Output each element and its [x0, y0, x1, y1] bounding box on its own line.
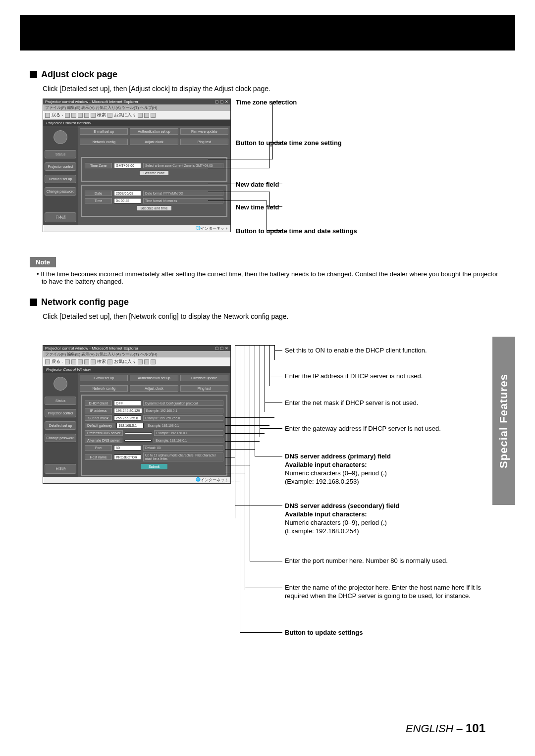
date-input[interactable]: 2008/05/08 — [114, 191, 141, 196]
tab-email[interactable]: E-mail set up — [80, 375, 128, 381]
mask-hint: Example: 255.255.255.0 — [143, 415, 223, 421]
mask-input[interactable]: 255.255.255.0 — [114, 415, 141, 421]
host-input[interactable]: PROJECTOR — [114, 454, 141, 460]
sidebar-item-projector-control[interactable]: Projector control — [45, 162, 76, 171]
leader-line — [225, 465, 250, 465]
toolbar: 戻る · 検索 お気に入り — [43, 357, 230, 366]
tb-sep: · — [62, 113, 63, 118]
print-icon[interactable] — [151, 359, 156, 364]
leader-line — [250, 561, 282, 561]
screenshot-area-network: Projector control window - Microsoft Int… — [30, 345, 505, 652]
refresh-icon[interactable] — [78, 359, 83, 364]
dns1-head: DNS server address (primary) field — [285, 453, 391, 460]
note-text-content: If the time becomes incorrect immediatel… — [41, 270, 498, 285]
window-titlebar: Projector control window - Microsoft Int… — [43, 346, 230, 351]
sidebar-item-change-password[interactable]: Change password — [45, 434, 76, 442]
dns1-hint: Example: 192.168.0.1 — [154, 430, 223, 436]
tab-ping[interactable]: Ping test — [180, 385, 228, 392]
leader-line — [235, 505, 282, 505]
datetime-panel: Date 2008/05/08 Date format YYYY/MM/DD T… — [81, 185, 227, 217]
print-icon[interactable] — [151, 113, 156, 118]
window-controls-icon[interactable]: ▢ ▢ ✕ — [215, 346, 228, 351]
ip-input[interactable]: 198.245.80.129 — [114, 408, 142, 413]
stop-icon[interactable] — [71, 359, 76, 364]
window-titlebar: Projector control window - Microsoft Int… — [43, 99, 230, 104]
sidebar-item-japanese[interactable]: 日本語 — [45, 212, 76, 222]
leader-line — [208, 159, 272, 159]
tab-firmware[interactable]: Firmware update — [180, 128, 228, 135]
refresh-icon[interactable] — [78, 113, 83, 118]
forward-icon[interactable] — [65, 113, 70, 118]
sidebar-item-detailed-setup[interactable]: Detailed set up — [45, 421, 76, 430]
tab-network[interactable]: Network config — [80, 385, 128, 392]
back-label: 戻る — [52, 358, 60, 365]
statusbar: 🌐 インターネット — [43, 225, 230, 232]
tab-firmware[interactable]: Firmware update — [180, 375, 228, 381]
search-icon[interactable] — [91, 359, 96, 364]
set-datetime-button[interactable]: Set date and time — [136, 205, 172, 211]
tab-network[interactable]: Network config — [80, 139, 128, 145]
set-timezone-button[interactable]: Set time zone — [139, 170, 169, 176]
search-icon[interactable] — [91, 113, 96, 118]
favorites-icon[interactable] — [107, 359, 112, 364]
home-icon[interactable] — [84, 359, 89, 364]
leader-line — [250, 345, 250, 561]
home-icon[interactable] — [84, 113, 89, 118]
tab-email[interactable]: E-mail set up — [80, 128, 128, 135]
dhcp-hint: Dynamic Host Configuration protocol — [143, 401, 223, 406]
host-hint: Up to 12 alphanumeric characters. First … — [143, 453, 223, 461]
sidebar-item-status[interactable]: Status — [45, 150, 76, 158]
note-text: • If the time becomes incorrect immediat… — [37, 270, 505, 285]
tab-auth[interactable]: Authentication set up — [130, 375, 178, 381]
leader-line — [245, 588, 282, 588]
screenshot-body: Status Projector control Detailed set up… — [43, 126, 230, 225]
status-text: インターネット — [201, 477, 228, 483]
port-input[interactable]: 80 — [114, 445, 141, 451]
tab-auth[interactable]: Authentication set up — [130, 128, 178, 135]
favorites-icon[interactable] — [107, 113, 112, 118]
heading-adjust-clock: Adjust clock page — [30, 69, 505, 80]
network-form: DHCP clientOFFDynamic Host Configuration… — [81, 395, 227, 476]
callout-submit-text: Button to update settings — [285, 629, 363, 636]
history-icon[interactable] — [138, 113, 143, 118]
timezone-select[interactable]: GMT+09:00 — [114, 163, 141, 168]
callout-port: Enter the port number here. Number 80 is… — [285, 557, 493, 565]
menubar[interactable]: ファイル(F) 編集(E) 表示(V) お気に入り(A) ツール(T) ヘルプ(… — [43, 104, 230, 111]
sidebar-item-detailed-setup[interactable]: Detailed set up — [45, 175, 76, 183]
gateway-input[interactable]: 192.168.0.1 — [116, 423, 144, 428]
callout-dt-button: Button to update time and date settings — [236, 227, 357, 235]
leader-line — [272, 101, 273, 159]
dns2-input[interactable] — [124, 440, 152, 442]
timezone-panel: Time Zone GMT+09:00 Select a time zone C… — [81, 157, 227, 182]
sidebar-item-projector-control[interactable]: Projector control — [45, 409, 76, 417]
tab-row2: Network config Adjust clock Ping test — [78, 383, 230, 394]
dns2-ex: (Example: 192.168.0.254) — [285, 527, 359, 535]
leader-line — [225, 473, 245, 473]
tab-clock[interactable]: Adjust clock — [130, 139, 178, 145]
submit-button[interactable]: Submit — [140, 463, 168, 470]
sidebar-item-japanese[interactable]: 日本語 — [45, 464, 76, 474]
back-icon[interactable] — [45, 113, 50, 118]
tab-ping[interactable]: Ping test — [180, 139, 228, 145]
port-hint: Default: 80 — [143, 445, 223, 451]
sidebar-item-change-password[interactable]: Change password — [45, 187, 76, 196]
tab-row1: E-mail set up Authentication set up Firm… — [78, 126, 230, 137]
stop-icon[interactable] — [71, 113, 76, 118]
menubar[interactable]: ファイル(F) 編集(E) 表示(V) お気に入り(A) ツール(T) ヘルプ(… — [43, 351, 230, 357]
dhcp-select[interactable]: OFF — [114, 401, 141, 406]
tab-clock[interactable]: Adjust clock — [130, 385, 178, 392]
window-controls-icon[interactable]: ▢ ▢ ✕ — [215, 100, 228, 104]
sidebar-item-status[interactable]: Status — [45, 397, 76, 405]
callout-dns1: DNS server address (primary) field Avail… — [285, 453, 493, 486]
forward-icon[interactable] — [65, 359, 70, 364]
mail-icon[interactable] — [144, 359, 149, 364]
history-icon[interactable] — [138, 359, 143, 364]
mail-icon[interactable] — [144, 113, 149, 118]
toolbar: 戻る · 検索 お気に入り — [43, 111, 230, 120]
dns1-input[interactable] — [125, 432, 152, 434]
back-icon[interactable] — [45, 359, 50, 364]
dns2-head: DNS server address (secondary) field — [285, 502, 399, 509]
dns2-hint: Example: 192.168.0.1 — [154, 438, 223, 443]
time-input[interactable]: 04:00:45 — [114, 198, 141, 203]
intro-adjust-clock: Click [Detailed set up], then [Adjust cl… — [43, 85, 505, 93]
